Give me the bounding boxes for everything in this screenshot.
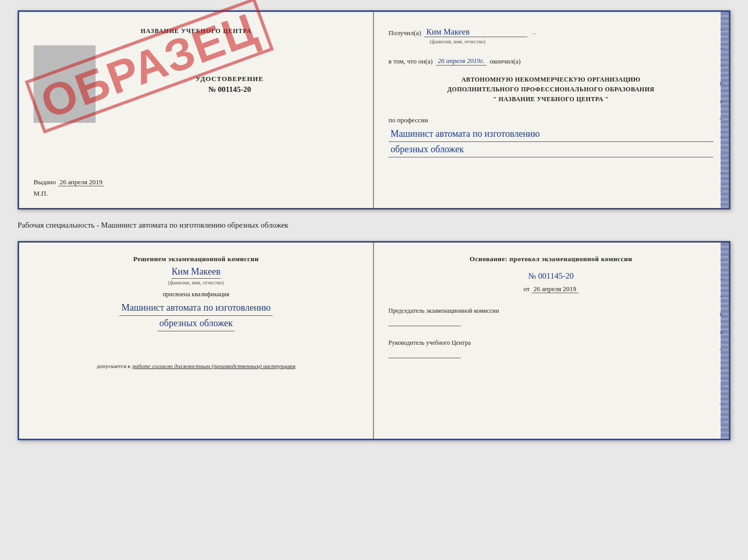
rukovoditel-label: Руководитель учебного Центра xyxy=(388,339,713,347)
vtom-value: 26 апреля 2019г. xyxy=(436,57,487,66)
vydano-label: Выдано xyxy=(34,178,56,186)
vydano-date: 26 апреля 2019 xyxy=(58,178,105,186)
resheniem-header: Решением экзаменационной комиссии xyxy=(133,255,259,263)
school-name-top: НАЗВАНИЕ УЧЕБНОГО ЦЕНТРА xyxy=(141,27,252,35)
bottom-document: Решением экзаменационной комиссии Ким Ма… xyxy=(18,241,730,440)
spine-decoration xyxy=(721,12,729,208)
udostoverenie-title: УДОСТОВЕРЕНИЕ xyxy=(196,75,263,83)
org-block: АВТОНОМНУЮ НЕКОММЕРЧЕСКУЮ ОРГАНИЗАЦИЮ ДО… xyxy=(388,75,713,105)
dopuskaetsya-label: допускается к xyxy=(97,363,130,369)
professiya-block: по профессии Машинист автомата по изгото… xyxy=(388,116,713,157)
vydano-row: Выдано 26 апреля 2019 xyxy=(34,168,359,186)
left-content-area: УДОСТОВЕРЕНИЕ № 001145-20 xyxy=(34,45,359,123)
osnovanie-header: Основание: протокол экзаменационной коми… xyxy=(388,255,713,263)
caption-row: Рабочая специальность - Машинист автомат… xyxy=(18,218,730,233)
bottom-doc-left: Решением экзаменационной комиссии Ким Ма… xyxy=(19,243,374,439)
udostoverenie-number: № 001145-20 xyxy=(208,85,251,94)
ot-label: от xyxy=(523,285,529,293)
kvalifikatsiya-line1: Машинист автомата по изготовлению xyxy=(119,300,273,316)
top-doc-right: Получил(а) Ким Макеев – (фамилия, имя, о… xyxy=(374,12,729,208)
bottom-name-value: Ким Макеев xyxy=(172,266,220,279)
po-professii-label: по профессии xyxy=(388,116,713,124)
vtom-label: в том, что он(а) xyxy=(388,57,433,66)
org-line3: " НАЗВАНИЕ УЧЕБНОГО ЦЕНТРА " xyxy=(388,94,713,104)
poluchil-label: Получил(а) xyxy=(388,29,421,37)
kvalifikatsiya-line2: обрезных обложек xyxy=(158,316,235,331)
rukovoditel-block: Руководитель учебного Центра xyxy=(388,339,713,365)
professiya-line2: обрезных обложек xyxy=(388,142,713,157)
bottom-fio-subtitle: (фамилия, имя, отчество) xyxy=(168,280,224,285)
top-document: НАЗВАНИЕ УЧЕБНОГО ЦЕНТРА УДОСТОВЕРЕНИЕ №… xyxy=(18,10,730,210)
rukovoditel-line xyxy=(388,358,461,358)
vtom-row: в том, что он(а) 26 апреля 2019г. окончи… xyxy=(388,57,713,66)
ot-date: от 26 апреля 2019 xyxy=(388,285,713,293)
bottom-doc-right: Основание: протокол экзаменационной коми… xyxy=(374,243,729,439)
spine-decoration-bottom xyxy=(721,243,729,439)
dopuskaetsya-value: работе согласно должностным (производств… xyxy=(133,363,295,369)
professiya-line1: Машинист автомата по изготовлению xyxy=(388,126,713,142)
predsedatel-block: Председатель экзаменационной комиссии xyxy=(388,307,713,333)
prisvoena-label: присвоена квалификация xyxy=(163,291,229,298)
predsedatel-label: Председатель экзаменационной комиссии xyxy=(388,307,713,315)
poluchil-value: Ким Макеев xyxy=(424,27,527,37)
udostoverenie-block: УДОСТОВЕРЕНИЕ № 001145-20 xyxy=(101,45,359,123)
org-line1: АВТОНОМНУЮ НЕКОММЕРЧЕСКУЮ ОРГАНИЗАЦИЮ xyxy=(388,75,713,85)
org-line2: ДОПОЛНИТЕЛЬНОГО ПРОФЕССИОНАЛЬНОГО ОБРАЗО… xyxy=(388,85,713,94)
protocol-number: № 001145-20 xyxy=(388,271,713,281)
photo-placeholder xyxy=(34,45,96,123)
mp-label: М.П. xyxy=(34,189,48,198)
fio-subtitle-top: (фамилия, имя, отчество) xyxy=(430,39,713,44)
ot-date-value: 26 апреля 2019 xyxy=(532,285,579,293)
predsedatel-line xyxy=(388,326,461,326)
top-doc-left: НАЗВАНИЕ УЧЕБНОГО ЦЕНТРА УДОСТОВЕРЕНИЕ №… xyxy=(19,12,374,208)
okonchil-label: окончил(а) xyxy=(490,57,521,66)
caption-text: Рабочая специальность - Машинист автомат… xyxy=(18,221,288,229)
dopuskaetsya-row: допускается к работе согласно должностны… xyxy=(97,363,295,369)
